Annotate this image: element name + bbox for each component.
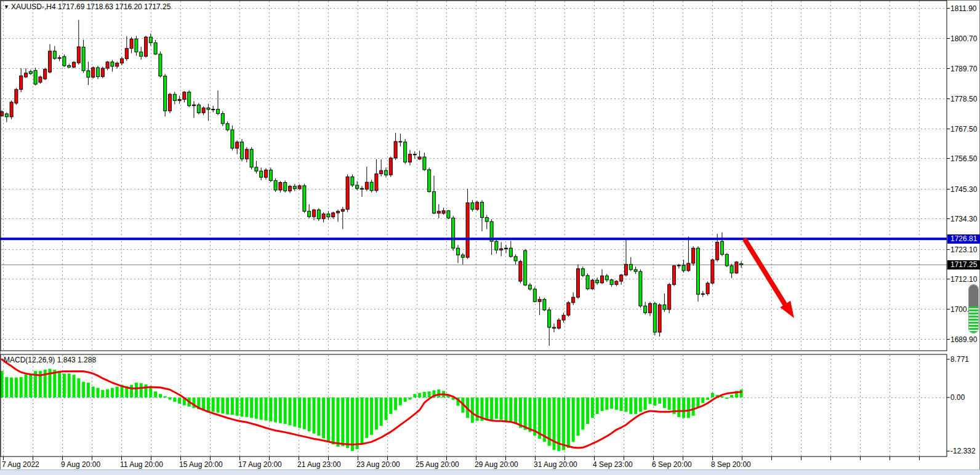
- macd-histogram-bar: [567, 397, 570, 448]
- candle-body-bull: [557, 320, 560, 328]
- candle-body-bear: [452, 218, 455, 248]
- candle-body-bear: [135, 39, 138, 52]
- candle-body-bear: [725, 254, 728, 266]
- macd-tick-label: 8.771: [950, 355, 969, 364]
- candle-body-bear: [697, 248, 700, 294]
- macd-histogram-bar: [577, 397, 580, 436]
- candle-body-bull: [265, 170, 268, 177]
- candle-body-bear: [317, 210, 320, 219]
- candle-body-bull: [538, 300, 541, 302]
- macd-histogram-bar: [413, 394, 416, 397]
- candle-body-bear: [231, 130, 234, 148]
- candle-body-bull: [49, 51, 52, 72]
- macd-histogram-bar: [68, 373, 71, 397]
- time-tick-label[interactable]: 6 Sep 20:00: [652, 460, 692, 469]
- macd-histogram-bar: [10, 377, 13, 397]
- macd-histogram-bar: [245, 397, 248, 417]
- candle-body-bull: [567, 303, 570, 315]
- time-tick-label[interactable]: 25 Aug 20:00: [416, 460, 459, 469]
- macd-histogram-bar: [140, 383, 143, 397]
- macd-histogram-bar: [279, 397, 282, 423]
- macd-histogram-bar: [586, 397, 589, 424]
- candle-body-bear: [404, 142, 407, 162]
- candle-body-bull: [658, 305, 661, 332]
- macd-tick-label: 0.00: [950, 393, 965, 402]
- symbol-ohlc-label[interactable]: ▼XAUUSD-,H4 1717.69 1718.63 1716.20 1717…: [4, 2, 171, 11]
- candle-body-bear: [361, 188, 364, 189]
- candle-body-bull: [380, 170, 383, 174]
- macd-histogram-bar: [1, 371, 4, 397]
- time-tick-label[interactable]: 17 Aug 20:00: [238, 460, 282, 469]
- macd-histogram-bar: [111, 388, 114, 397]
- time-tick-label[interactable]: 29 Aug 20:00: [475, 460, 518, 469]
- candle-body-bear: [241, 142, 244, 159]
- macd-histogram-bar: [485, 397, 488, 420]
- time-tick-label[interactable]: 7 Aug 2022: [2, 460, 39, 469]
- time-tick-label[interactable]: 8 Sep 20:00: [711, 460, 751, 469]
- candle-body-bear: [274, 180, 277, 190]
- candle-body-bear: [653, 303, 656, 332]
- macd-histogram-bar: [591, 397, 594, 418]
- macd-histogram-bar: [404, 397, 407, 402]
- candle-body-bear: [29, 71, 32, 74]
- candle-body-bull: [692, 248, 695, 263]
- macd-histogram-bar: [284, 397, 287, 424]
- time-tick-label[interactable]: 4 Sep 23:00: [593, 460, 633, 469]
- candle-body-bull: [183, 92, 186, 100]
- macd-histogram-bar: [706, 397, 709, 400]
- macd-histogram-bar: [337, 397, 340, 447]
- main-price-chart[interactable]: [0, 0, 947, 352]
- time-tick-label[interactable]: 9 Aug 20:00: [61, 460, 100, 469]
- macd-histogram-bar: [701, 397, 704, 403]
- macd-histogram-bar: [394, 397, 397, 410]
- macd-histogram-bar: [53, 370, 56, 397]
- macd-histogram-bar: [5, 377, 8, 397]
- candle-body-bear: [433, 192, 436, 214]
- candle-body-bear: [217, 109, 220, 113]
- candle-body-bear: [284, 183, 287, 191]
- candle-body-bull: [39, 77, 42, 82]
- candle-body-bear: [629, 265, 632, 269]
- candle-body-bull: [73, 62, 76, 67]
- time-tick-label[interactable]: 15 Aug 20:00: [179, 460, 223, 469]
- candle-body-bull: [125, 49, 128, 59]
- macd-indicator-panel[interactable]: [0, 354, 947, 457]
- macd-histogram-bar: [221, 397, 224, 413]
- macd-histogram-bar: [332, 397, 335, 444]
- candle-body-bear: [154, 42, 157, 54]
- price-tick-label: 1723.10: [950, 245, 977, 254]
- macd-histogram-bar: [562, 397, 565, 450]
- dropdown-icon[interactable]: ▼: [4, 4, 9, 10]
- time-tick-label[interactable]: 11 Aug 20:00: [120, 460, 163, 469]
- macd-histogram-bar: [505, 397, 508, 421]
- macd-histogram-bar: [509, 397, 512, 422]
- candle-body-bull: [466, 203, 469, 258]
- candle-body-bull: [500, 249, 503, 250]
- candle-body-bear: [644, 306, 647, 313]
- candle-body-bull: [10, 102, 13, 117]
- macd-histogram-bar: [437, 389, 440, 397]
- candle-body-bull: [92, 68, 95, 77]
- time-tick-label[interactable]: 23 Aug 20:00: [356, 460, 400, 469]
- macd-histogram-bar: [154, 391, 157, 397]
- candle-body-bear: [308, 211, 311, 217]
- candle-body-bull: [601, 276, 604, 282]
- macd-histogram-bar: [663, 397, 666, 408]
- candle-body-bull: [442, 210, 445, 213]
- candle-body-bear: [63, 57, 66, 66]
- candle-body-bear: [207, 108, 210, 110]
- candle-body-bull: [44, 70, 47, 79]
- macd-histogram-bar: [58, 371, 61, 397]
- candle-body-bull: [409, 154, 412, 162]
- macd-histogram-bar: [255, 397, 258, 419]
- time-tick-label[interactable]: 31 Aug 20:00: [534, 460, 577, 469]
- candle-body-bear: [87, 71, 90, 78]
- candle-body-bull: [58, 58, 61, 58]
- macd-histogram-bar: [327, 397, 330, 441]
- scrollbar-thumb[interactable]: [968, 284, 979, 333]
- candle-body-bear: [250, 150, 253, 167]
- macd-histogram-bar: [725, 397, 728, 399]
- macd-histogram-bar: [668, 397, 671, 410]
- time-tick-label[interactable]: 21 Aug 23:00: [297, 460, 341, 469]
- candle-body-bull: [178, 100, 181, 101]
